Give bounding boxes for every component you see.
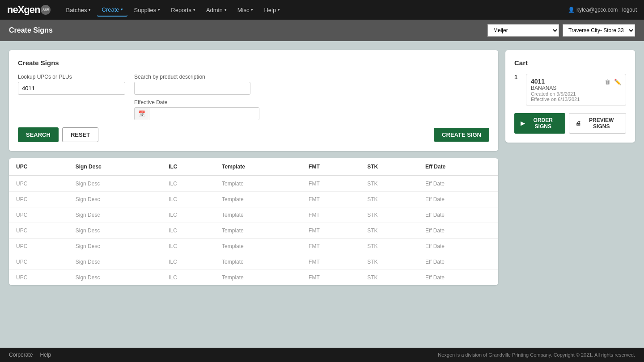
- chevron-down-icon: ▾: [225, 8, 227, 12]
- table-cell: STK: [360, 254, 418, 270]
- table-cell: UPC: [9, 176, 68, 192]
- table-row[interactable]: UPCSign DescILCTemplateFMTSTKEff Date: [9, 223, 498, 239]
- order-signs-button[interactable]: ▶ ORDER SIGNS: [514, 113, 565, 134]
- user-icon: 👤: [568, 7, 575, 13]
- cart-item-edit-button[interactable]: ✏️: [613, 78, 622, 86]
- table-cell: UPC: [9, 192, 68, 207]
- footer-corporate[interactable]: Corporate: [9, 352, 33, 358]
- cart-item-actions: 🗑 ✏️: [604, 78, 622, 86]
- right-panel: Cart 1 4011 BANANAS Created on 9/9/2021 …: [505, 50, 635, 143]
- chevron-down-icon: ▾: [278, 8, 280, 12]
- footer-links: Corporate Help: [9, 352, 51, 358]
- footer: Corporate Help Nexgen is a division of G…: [0, 348, 644, 362]
- col-upc: UPC: [9, 158, 68, 176]
- table-cell: ILC: [161, 207, 215, 223]
- table-cell: UPC: [9, 207, 68, 223]
- table-row[interactable]: UPCSign DescILCTemplateFMTSTKEff Date: [9, 239, 498, 254]
- cart-actions: ▶ ORDER SIGNS 🖨 PREVIEW SIGNS: [514, 113, 626, 134]
- store-select[interactable]: Meijer: [487, 24, 559, 37]
- desc-input[interactable]: [134, 82, 250, 95]
- table-cell: FMT: [301, 192, 360, 207]
- table-header-row: UPC Sign Desc ILC Template FMT STK Eff D…: [9, 158, 498, 176]
- nav-item-help[interactable]: Help ▾: [259, 4, 284, 16]
- table-cell: Sign Desc: [68, 254, 161, 270]
- table-cell: FMT: [301, 176, 360, 192]
- table-body: UPCSign DescILCTemplateFMTSTKEff DateUPC…: [9, 176, 498, 285]
- user-info: 👤 kylea@gpco.com : logout: [568, 7, 637, 13]
- nav-item-reports[interactable]: Reports ▾: [166, 4, 200, 16]
- table-header: UPC Sign Desc ILC Template FMT STK Eff D…: [9, 158, 498, 176]
- location-select[interactable]: Traverse City- Store 33: [563, 24, 635, 37]
- lookup-input[interactable]: [18, 82, 125, 95]
- left-panel: Create Signs Lookup UPCs or PLUs Search …: [9, 50, 498, 285]
- table-row[interactable]: UPCSign DescILCTemplateFMTSTKEff Date: [9, 254, 498, 270]
- footer-help[interactable]: Help: [40, 352, 51, 358]
- table-cell: Eff Date: [418, 176, 498, 192]
- table-row[interactable]: UPCSign DescILCTemplateFMTSTKEff Date: [9, 192, 498, 207]
- table-cell: ILC: [161, 270, 215, 286]
- logo[interactable]: neXgen 365: [7, 4, 51, 16]
- chevron-down-icon: ▾: [251, 8, 253, 12]
- lookup-label: Lookup UPCs or PLUs: [18, 74, 125, 80]
- user-label: kylea@gpco.com : logout: [576, 7, 637, 13]
- table-cell: STK: [360, 192, 418, 207]
- form-top-row: Lookup UPCs or PLUs Search by product de…: [18, 74, 489, 120]
- page-title: Create Signs: [9, 26, 53, 34]
- table-cell: Template: [215, 176, 301, 192]
- table-cell: Template: [215, 223, 301, 239]
- table-cell: Template: [215, 239, 301, 254]
- col-stk: STK: [360, 158, 418, 176]
- table-cell: ILC: [161, 223, 215, 239]
- results-table: UPC Sign Desc ILC Template FMT STK Eff D…: [9, 158, 498, 285]
- effective-date-label: Effective Date: [134, 99, 489, 105]
- table-cell: STK: [360, 223, 418, 239]
- nav-item-admin[interactable]: Admin ▾: [202, 4, 231, 16]
- table-cell: Eff Date: [418, 254, 498, 270]
- table-cell: Template: [215, 254, 301, 270]
- col-ilc: ILC: [161, 158, 215, 176]
- table-cell: Sign Desc: [68, 239, 161, 254]
- results-table-card: UPC Sign Desc ILC Template FMT STK Eff D…: [9, 158, 498, 285]
- table-row[interactable]: UPCSign DescILCTemplateFMTSTKEff Date: [9, 270, 498, 286]
- table-row[interactable]: UPCSign DescILCTemplateFMTSTKEff Date: [9, 207, 498, 223]
- chevron-down-icon: ▾: [158, 8, 160, 12]
- table-cell: Sign Desc: [68, 192, 161, 207]
- date-input-wrapper: 📅: [134, 107, 259, 120]
- reset-button[interactable]: RESET: [62, 127, 98, 142]
- col-eff-date: Eff Date: [418, 158, 498, 176]
- cart-item: 1 4011 BANANAS Created on 9/9/2021 Effec…: [514, 74, 626, 106]
- cart-item-created: Created on 9/9/2021: [531, 91, 621, 97]
- table-cell: ILC: [161, 176, 215, 192]
- date-input[interactable]: [149, 108, 259, 120]
- table-cell: STK: [360, 239, 418, 254]
- create-sign-button[interactable]: CREATE SIGN: [434, 128, 489, 142]
- table-cell: Sign Desc: [68, 176, 161, 192]
- table-cell: STK: [360, 176, 418, 192]
- col-template: Template: [215, 158, 301, 176]
- cart-item-delete-button[interactable]: 🗑: [604, 78, 611, 86]
- nav-item-create[interactable]: Create ▾: [97, 4, 127, 17]
- table-cell: Eff Date: [418, 239, 498, 254]
- page-header: Create Signs Meijer Traverse City- Store…: [0, 20, 644, 41]
- create-signs-card: Create Signs Lookup UPCs or PLUs Search …: [9, 50, 498, 151]
- table-cell: UPC: [9, 270, 68, 286]
- lookup-group: Lookup UPCs or PLUs: [18, 74, 125, 120]
- table-row[interactable]: UPCSign DescILCTemplateFMTSTKEff Date: [9, 176, 498, 192]
- cart-item-body: 4011 BANANAS Created on 9/9/2021 Effecti…: [526, 74, 626, 106]
- search-button[interactable]: SEARCH: [18, 127, 59, 142]
- table-cell: Eff Date: [418, 223, 498, 239]
- table-cell: STK: [360, 270, 418, 286]
- nav-item-batches[interactable]: Batches ▾: [61, 4, 95, 16]
- table-cell: Eff Date: [418, 270, 498, 286]
- table-cell: UPC: [9, 223, 68, 239]
- preview-signs-button[interactable]: 🖨 PREVIEW SIGNS: [569, 113, 626, 134]
- table-cell: ILC: [161, 254, 215, 270]
- table-cell: FMT: [301, 270, 360, 286]
- nav-item-misc[interactable]: Misc ▾: [233, 4, 258, 16]
- nav-item-supplies[interactable]: Supplies ▾: [129, 4, 165, 16]
- col-sign-desc: Sign Desc: [68, 158, 161, 176]
- order-icon: ▶: [521, 120, 525, 126]
- table-cell: Template: [215, 192, 301, 207]
- calendar-icon[interactable]: 📅: [135, 108, 149, 120]
- table-cell: Eff Date: [418, 192, 498, 207]
